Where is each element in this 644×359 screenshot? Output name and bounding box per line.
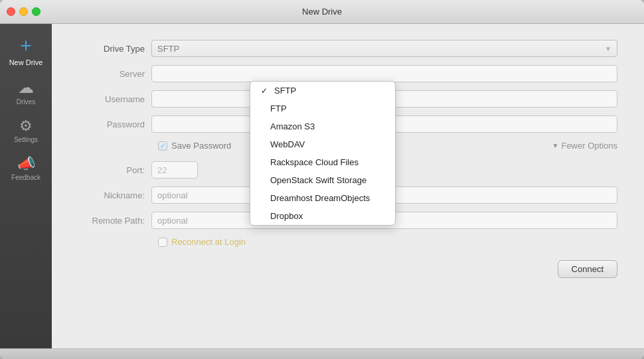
dropdown-item-label: WebDAV [270,139,305,149]
remote-path-label: Remote Path: [78,216,151,226]
reconnect-label: Reconnect at Login [171,237,246,247]
server-row: Server [78,65,617,82]
main-window: New Drive + New Drive ☁ Drives ⚙ Setting… [0,0,644,359]
window-title: New Drive [302,7,342,17]
dropdown-item-ftp[interactable]: FTP [250,100,395,117]
save-password-left: ✓ Save Password [158,141,231,151]
server-label: Server [78,69,151,79]
drive-type-select[interactable]: SFTP ▼ [151,40,617,57]
dropdown-item-label: Rackspace Cloud Files [270,157,359,167]
sidebar-label-drives: Drives [17,98,35,106]
dropdown-item-dreamhost[interactable]: Dreamhost DreamObjects [250,189,395,207]
dropdown-item-webdav[interactable]: WebDAV [250,135,395,153]
connect-button[interactable]: Connect [558,260,617,278]
dropdown-item-label: Dropbox [270,211,303,221]
save-password-checkbox[interactable]: ✓ [158,141,167,151]
dropdown-item-dropbox[interactable]: Dropbox [250,207,395,225]
bottom-bar [0,348,644,359]
port-input[interactable] [151,161,198,179]
sidebar-item-feedback[interactable]: 📣 Feedback [0,150,52,188]
dropdown-item-label: FTP [270,104,287,113]
password-label: Password [78,119,151,129]
maximize-button[interactable] [32,7,40,16]
megaphone-icon: 📣 [17,157,35,171]
drive-type-row: Drive Type SFTP ▼ SFTP FTP [78,40,617,57]
sidebar: + New Drive ☁ Drives ⚙ Settings 📣 Feedba… [0,24,52,348]
fewer-options-button[interactable]: ▼ Fewer Options [552,141,617,151]
drive-type-wrapper: SFTP ▼ SFTP FTP Amazon S3 [151,40,617,57]
save-password-label: Save Password [171,141,231,151]
sidebar-item-drives[interactable]: ☁ Drives [0,73,52,112]
plus-icon: + [20,36,32,56]
cloud-icon: ☁ [18,80,34,96]
sidebar-item-settings[interactable]: ⚙ Settings [0,112,52,150]
username-label: Username [78,94,151,104]
content-area: + New Drive ☁ Drives ⚙ Settings 📣 Feedba… [0,24,644,348]
sidebar-label-feedback: Feedback [11,174,40,181]
fewer-options-label: Fewer Options [561,141,617,151]
gear-icon: ⚙ [19,119,33,133]
window-controls [7,7,40,16]
sidebar-label-new-drive: New Drive [9,58,43,66]
dropdown-item-amazon-s3[interactable]: Amazon S3 [250,117,395,135]
dropdown-item-sftp[interactable]: SFTP [250,82,395,100]
dropdown-item-label: Dreamhost DreamObjects [270,193,370,203]
nickname-label: Nickname: [78,190,151,200]
dropdown-item-label: SFTP [274,86,296,96]
dropdown-item-rackspace[interactable]: Rackspace Cloud Files [250,153,395,171]
main-panel: Drive Type SFTP ▼ SFTP FTP [52,24,644,348]
connect-row: Connect [78,260,617,278]
reconnect-row: Reconnect at Login [78,237,617,247]
sidebar-label-settings: Settings [14,136,38,143]
dropdown-item-label: Amazon S3 [270,121,315,131]
close-button[interactable] [7,7,15,16]
triangle-down-icon: ▼ [552,142,559,149]
drive-type-dropdown[interactable]: SFTP FTP Amazon S3 WebDAV Rackspace Clou [250,81,396,226]
dropdown-item-openstack[interactable]: OpenStack Swift Storage [250,171,395,189]
server-input[interactable] [151,65,617,82]
minimize-button[interactable] [19,7,28,16]
dropdown-item-label: OpenStack Swift Storage [270,175,366,185]
reconnect-checkbox[interactable] [158,238,167,247]
chevron-down-icon: ▼ [605,45,611,52]
drive-type-label: Drive Type [78,44,151,54]
port-label: Port: [78,165,151,175]
sidebar-item-new-drive[interactable]: + New Drive [0,29,52,73]
drive-type-value: SFTP [157,44,179,54]
titlebar: New Drive [0,0,644,24]
